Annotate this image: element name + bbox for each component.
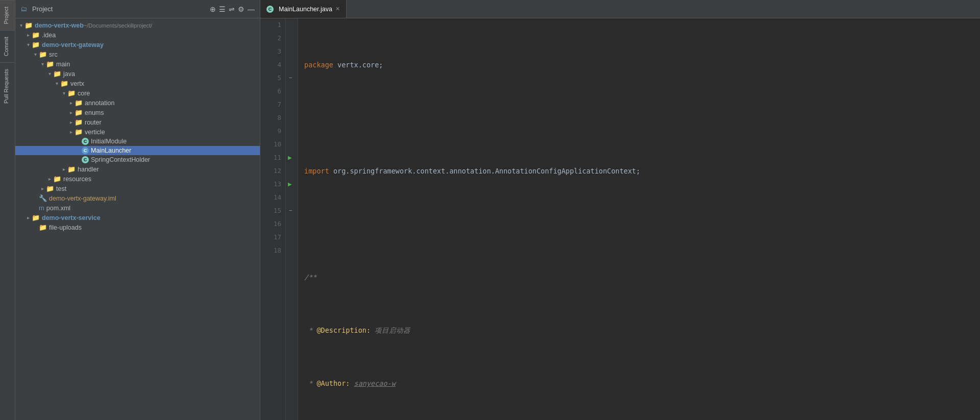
run-icon-line13[interactable]: ▶ — [288, 178, 292, 191]
arrow-icon — [60, 90, 67, 96]
code-content[interactable]: package vertx.core; import org.springfra… — [298, 18, 980, 420]
tree-item-handler[interactable]: 📁 handler — [15, 164, 260, 174]
tab-close-button[interactable]: ✕ — [335, 6, 340, 12]
arrow-icon — [53, 81, 60, 86]
sidebar-item-pull-requests[interactable]: Pull Requests — [0, 62, 15, 110]
code-line-5: /** — [304, 270, 980, 284]
line-num-13: 13 — [264, 178, 281, 191]
tree-item-iml[interactable]: 🔧 demo-vertx-gateway.iml — [15, 193, 260, 203]
line-num-4: 4 — [264, 58, 281, 71]
line-num-3: 3 — [264, 45, 281, 58]
class-icon: C — [82, 138, 89, 145]
xml-icon: m — [39, 204, 44, 212]
code-line-1: package vertx.core; — [304, 58, 980, 71]
folder-icon: 🗂 — [20, 5, 27, 13]
arrow-icon — [60, 166, 67, 172]
class-icon: C — [82, 147, 89, 154]
side-tabs-panel: Project Commit Pull Requests — [0, 0, 15, 420]
tree-item-initialmodule[interactable]: C InitialModule — [15, 137, 260, 146]
folder-icon: 📁 — [53, 175, 61, 183]
arrow-icon — [67, 119, 75, 125]
tree-item-demo-vertx-service[interactable]: 📁 demo-vertx-service — [15, 213, 260, 223]
collapse-icon-line5[interactable]: − — [289, 71, 292, 85]
code-line-4 — [304, 217, 980, 231]
line-num-10: 10 — [264, 138, 281, 151]
line-num-17: 17 — [264, 231, 281, 244]
project-panel: 🗂 Project ⊕ ☰ ⇌ ⚙ — 📁 demo-vertx-web ~/D… — [15, 0, 260, 420]
run-icon-line11[interactable]: ▶ — [288, 151, 292, 164]
tree-item-router[interactable]: 📁 router — [15, 117, 260, 127]
tree-item-test[interactable]: 📁 test — [15, 184, 260, 193]
tree-item-vertx[interactable]: 📁 vertx — [15, 79, 260, 88]
file-tree: 📁 demo-vertx-web ~/Documents/seckillproj… — [15, 18, 260, 420]
folder-icon: 📁 — [24, 21, 33, 29]
tree-item-verticle[interactable]: 📁 verticle — [15, 127, 260, 137]
folder-icon: 📁 — [67, 89, 76, 97]
editor-area: C MainLauncher.java ✕ 1 2 3 4 5 6 7 8 9 … — [260, 0, 980, 420]
code-editor[interactable]: 1 2 3 4 5 6 7 8 9 10 11 12 13 14 15 16 1… — [260, 18, 980, 420]
line-num-12: 12 — [264, 164, 281, 178]
tree-item-demo-vertx-gateway[interactable]: 📁 demo-vertx-gateway — [15, 40, 260, 50]
tree-item-main[interactable]: 📁 main — [15, 59, 260, 69]
folder-icon: 📁 — [75, 99, 83, 107]
arrow-icon — [39, 186, 46, 191]
tree-item-file-uploads[interactable]: 📁 file-uploads — [15, 223, 260, 232]
tab-class-icon: C — [266, 6, 274, 13]
align-icon[interactable]: ☰ — [219, 5, 226, 13]
arrow-icon — [67, 110, 75, 115]
editor-tab-bar: C MainLauncher.java ✕ — [260, 0, 980, 18]
folder-icon: 📁 — [32, 214, 40, 221]
folder-icon: 📁 — [46, 185, 54, 192]
tree-item-src[interactable]: 📁 src — [15, 50, 260, 59]
folder-icon: 📁 — [75, 109, 83, 116]
sidebar-item-commit[interactable]: Commit — [0, 30, 15, 62]
editor-tab-mainlauncher[interactable]: C MainLauncher.java ✕ — [260, 0, 347, 18]
code-line-6: * @Description: 项目启动器 — [304, 324, 980, 337]
tree-item-idea[interactable]: 📁 .idea — [15, 30, 260, 40]
folder-icon: 📁 — [75, 128, 83, 136]
tree-item-annotation[interactable]: 📁 annotation — [15, 98, 260, 108]
line-num-11: 11 — [264, 151, 281, 164]
project-panel-header: 🗂 Project ⊕ ☰ ⇌ ⚙ — — [15, 0, 260, 18]
code-line-7: * @Author: sanyecao-w — [304, 377, 980, 390]
split-icon[interactable]: ⇌ — [229, 5, 235, 13]
tree-item-springcontextholder[interactable]: C SpringContextHolder — [15, 155, 260, 164]
code-line-3: import org.springframework.context.annot… — [304, 164, 980, 178]
editor-gutter: ▶ ▶ − − — [286, 18, 298, 420]
folder-icon: 📁 — [39, 224, 47, 231]
line-numbers: 1 2 3 4 5 6 7 8 9 10 11 12 13 14 15 16 1… — [260, 18, 286, 420]
class-icon: C — [82, 156, 89, 163]
line-num-8: 8 — [264, 111, 281, 125]
folder-icon: 📁 — [46, 60, 54, 68]
tree-item-resources[interactable]: 📁 resources — [15, 174, 260, 184]
folder-icon: 📁 — [53, 70, 61, 78]
tab-label: MainLauncher.java — [279, 6, 332, 13]
line-num-9: 9 — [264, 125, 281, 138]
sidebar-item-project[interactable]: Project — [0, 0, 15, 30]
line-num-6: 6 — [264, 85, 281, 98]
arrow-icon — [39, 61, 46, 67]
line-num-16: 16 — [264, 217, 281, 231]
settings-icon[interactable]: ⚙ — [238, 5, 244, 13]
tree-item-java[interactable]: 📁 java — [15, 69, 260, 79]
tree-item-mainlauncher[interactable]: C MainLauncher — [15, 146, 260, 155]
folder-icon: 📁 — [32, 31, 40, 39]
arrow-icon — [24, 42, 32, 47]
minimize-icon[interactable]: — — [248, 5, 255, 13]
folder-icon: 📁 — [67, 165, 76, 173]
collapse-icon-line15[interactable]: − — [289, 204, 292, 217]
tree-item-demo-vertx-web[interactable]: 📁 demo-vertx-web ~/Documents/seckillproj… — [15, 20, 260, 30]
arrow-icon — [24, 215, 32, 220]
tree-item-enums[interactable]: 📁 enums — [15, 108, 260, 117]
arrow-icon — [46, 71, 53, 77]
line-num-14: 14 — [264, 191, 281, 204]
line-num-2: 2 — [264, 32, 281, 45]
line-num-15: 15 — [264, 204, 281, 217]
globe-icon[interactable]: ⊕ — [210, 5, 216, 13]
tree-item-pom[interactable]: m pom.xml — [15, 203, 260, 213]
folder-icon: 📁 — [39, 51, 47, 58]
folder-icon: 📁 — [60, 80, 68, 87]
line-num-18: 18 — [264, 244, 281, 257]
tree-item-core[interactable]: 📁 core — [15, 88, 260, 98]
line-num-7: 7 — [264, 98, 281, 111]
